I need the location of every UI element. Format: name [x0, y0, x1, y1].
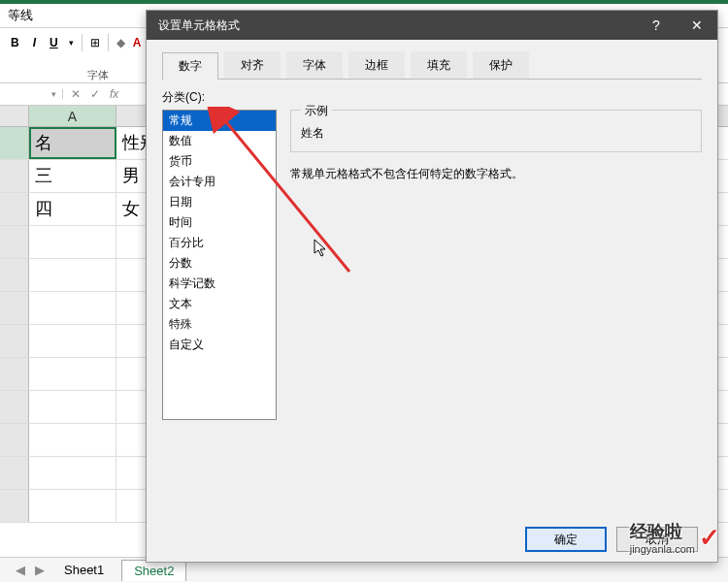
- list-item[interactable]: 数值: [163, 131, 276, 151]
- row-header[interactable]: [0, 193, 29, 225]
- column-header-a[interactable]: A: [29, 106, 116, 126]
- font-color-button[interactable]: A: [133, 36, 142, 49]
- tab-font[interactable]: 字体: [286, 51, 343, 79]
- list-item[interactable]: 时间: [163, 212, 276, 233]
- dialog-title: 设置单元格格式: [158, 17, 240, 34]
- list-item[interactable]: 文本: [163, 294, 276, 314]
- fill-color-button[interactable]: ◆: [116, 36, 125, 49]
- accept-formula-icon[interactable]: ✓: [90, 87, 100, 101]
- cancel-formula-icon[interactable]: ✕: [71, 87, 81, 101]
- list-item[interactable]: 特殊: [163, 314, 276, 335]
- row-header[interactable]: [0, 391, 29, 423]
- bold-button[interactable]: B: [8, 34, 22, 51]
- help-button[interactable]: ?: [636, 11, 677, 40]
- watermark: 经验啦 jingyanla.com ✓: [630, 520, 720, 555]
- tab-protection[interactable]: 保护: [473, 51, 529, 79]
- tab-border[interactable]: 边框: [348, 51, 405, 79]
- cell-a2[interactable]: 三: [29, 160, 116, 192]
- row-header[interactable]: [0, 424, 29, 456]
- dialog-tabs: 数字 对齐 字体 边框 填充 保护: [162, 51, 702, 80]
- row-header[interactable]: [0, 490, 29, 522]
- row-header[interactable]: [0, 160, 29, 192]
- row-header[interactable]: [0, 358, 29, 390]
- check-icon: ✓: [699, 523, 720, 553]
- format-cells-dialog: 设置单元格格式 ? ✕ 数字 对齐 字体 边框 填充 保护 分类(C): 常规 …: [146, 10, 718, 563]
- list-item[interactable]: 百分比: [163, 233, 276, 253]
- list-item[interactable]: 货币: [163, 151, 276, 172]
- sheet-tab-1[interactable]: Sheet1: [52, 560, 116, 580]
- font-group-label: 字体: [87, 48, 109, 82]
- sample-value: 姓名: [301, 125, 691, 142]
- sample-label: 示例: [301, 103, 332, 119]
- close-button[interactable]: ✕: [677, 11, 717, 40]
- dialog-titlebar[interactable]: 设置单元格格式 ? ✕: [147, 11, 717, 40]
- ok-button[interactable]: 确定: [525, 527, 607, 552]
- row-header[interactable]: [0, 292, 29, 324]
- border-button[interactable]: ⊞: [90, 36, 100, 49]
- list-item[interactable]: 日期: [163, 192, 276, 212]
- list-item[interactable]: 分数: [163, 253, 276, 274]
- tab-number[interactable]: 数字: [162, 52, 218, 80]
- fx-icon[interactable]: fx: [110, 87, 118, 101]
- list-item[interactable]: 常规: [163, 111, 276, 131]
- row-header[interactable]: [0, 226, 29, 258]
- underline-button[interactable]: U: [47, 34, 61, 51]
- name-box[interactable]: ▾: [0, 89, 63, 99]
- italic-button[interactable]: I: [30, 34, 39, 51]
- tab-fill[interactable]: 填充: [411, 51, 467, 79]
- select-all-corner[interactable]: [0, 106, 29, 126]
- cell-a3[interactable]: 四: [29, 193, 116, 225]
- tab-nav-right-icon[interactable]: ▶: [33, 563, 47, 577]
- list-item[interactable]: 会计专用: [163, 172, 276, 192]
- tab-nav-left-icon[interactable]: ◀: [14, 563, 27, 577]
- category-listbox[interactable]: 常规 数值 货币 会计专用 日期 时间 百分比 分数 科学记数 文本 特殊 自定…: [162, 110, 277, 420]
- row-header[interactable]: [0, 325, 29, 357]
- category-label: 分类(C):: [162, 89, 702, 106]
- row-header[interactable]: [0, 457, 29, 489]
- sample-box: 示例 姓名: [290, 110, 702, 152]
- tab-alignment[interactable]: 对齐: [224, 51, 281, 79]
- list-item[interactable]: 科学记数: [163, 274, 276, 294]
- format-description: 常规单元格格式不包含任何特定的数字格式。: [290, 166, 702, 182]
- list-item[interactable]: 自定义: [163, 335, 276, 355]
- row-header[interactable]: [0, 127, 29, 159]
- cell-a1[interactable]: 名: [29, 127, 116, 159]
- dropdown-icon[interactable]: ▾: [69, 38, 74, 48]
- row-header[interactable]: [0, 259, 29, 291]
